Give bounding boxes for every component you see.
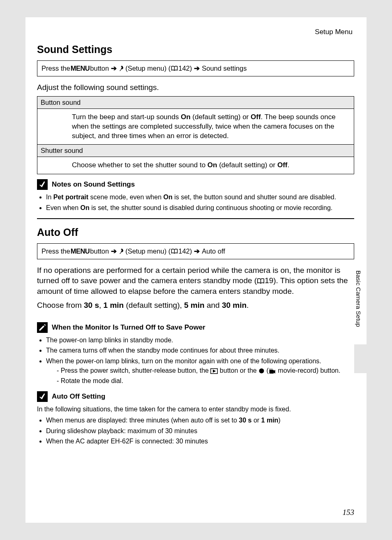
menu-button-label: MENU: [71, 247, 90, 255]
page-number: 153: [343, 508, 355, 517]
nav-text: 142): [178, 247, 192, 255]
side-tab: Basic Camera Setup: [354, 266, 367, 373]
text: Even when: [46, 204, 81, 211]
bold: 30 min: [222, 301, 247, 309]
book-icon: [171, 249, 178, 254]
bold: 30 s: [84, 301, 99, 309]
record-icon: [258, 368, 265, 374]
text: (: [265, 367, 269, 374]
sound-intro: Adjust the following sound settings.: [37, 82, 354, 93]
list-item: When menus are displayed: three minutes …: [46, 415, 354, 425]
nav-text: button: [90, 247, 109, 255]
on-label: On: [181, 113, 191, 121]
text: scene mode, even when: [88, 194, 163, 201]
playback-icon: [210, 368, 218, 374]
arrow-icon: ➔: [194, 247, 200, 255]
list-item: Even when On is set, the shutter sound i…: [46, 203, 354, 212]
text: ,: [99, 301, 104, 309]
text: is set, the button sound and shutter sou…: [173, 194, 337, 201]
bold: 5 min: [184, 301, 205, 309]
nav-text: button: [90, 65, 109, 72]
text: When menus are displayed: three minutes …: [46, 417, 239, 424]
off-label: Off: [277, 161, 288, 169]
button-sound-desc: Turn the beep and start-up sounds On (de…: [37, 108, 354, 145]
nav-text: (Setup menu) (: [125, 65, 171, 72]
wrench-icon: [119, 248, 125, 255]
list-item: The camera turns off when the standby mo…: [46, 346, 354, 355]
bold: 1 min: [261, 417, 279, 424]
sound-notes-list: In Pet portrait scene mode, even when On…: [37, 192, 354, 212]
off-label: Off: [251, 113, 261, 121]
pencil-icon: [37, 322, 48, 333]
nav-text: Sound settings: [202, 65, 247, 72]
text: ): [278, 417, 280, 424]
text: Turn the beep and start-up sounds: [72, 113, 181, 121]
tip-list: The power-on lamp blinks in standby mode…: [37, 335, 354, 385]
menu-button-label: MENU: [71, 65, 90, 72]
list-item: During slideshow playback: maximum of 30…: [46, 426, 354, 436]
bold: On: [163, 194, 172, 201]
sound-nav-path: Press the MENU button ➔ (Setup menu) ( 1…: [37, 60, 354, 76]
text: or: [251, 417, 261, 424]
text: When the power-on lamp blinks, turn on t…: [46, 358, 321, 365]
setting-intro: In the following situations, the time ta…: [37, 404, 354, 414]
notes-title: Notes on Sound Settings: [52, 180, 135, 189]
bold: 30 s: [239, 417, 251, 424]
text: .: [247, 301, 249, 309]
text: Choose whether to set the shutter sound …: [72, 161, 208, 169]
shutter-sound-header: Shutter sound: [37, 145, 354, 157]
nav-text: (Setup menu) (: [125, 247, 171, 255]
arrow-icon: ➔: [194, 65, 200, 72]
autooff-nav-path: Press the MENU button ➔ (Setup menu) ( 1…: [37, 243, 354, 259]
tip-title: When the Monitor Is Turned Off to Save P…: [52, 323, 205, 332]
dash-item: - Rotate the mode dial.: [57, 376, 354, 385]
nav-text: Press the: [42, 247, 70, 255]
text: - Press the power switch, shutter-releas…: [57, 367, 210, 374]
page-content: Setup Menu Sound Settings Press the MENU…: [25, 17, 367, 523]
wrench-icon: [119, 65, 125, 72]
text: (default setting) or: [191, 113, 251, 121]
text: (default setting),: [124, 301, 184, 309]
caution-icon: [37, 179, 48, 190]
text: .: [287, 161, 289, 169]
text: is set, the shutter sound is disabled du…: [90, 204, 332, 211]
setting-list: When menus are displayed: three minutes …: [37, 415, 354, 446]
button-sound-header: Button sound: [37, 96, 354, 108]
on-label: On: [208, 161, 217, 169]
list-item: When the AC adapter EH-62F is connected:…: [46, 436, 354, 446]
bold: On: [81, 204, 90, 211]
nav-text: Auto off: [202, 247, 225, 255]
nav-text: 142): [178, 65, 192, 72]
list-item: The power-on lamp blinks in standby mode…: [46, 335, 354, 345]
caution-icon: [37, 391, 48, 402]
sub-list: - Press the power switch, shutter-releas…: [46, 366, 354, 385]
list-item: In Pet portrait scene mode, even when On…: [46, 192, 354, 202]
autooff-options: Choose from 30 s, 1 min (default setting…: [37, 300, 354, 311]
auto-off-heading: Auto Off: [37, 226, 354, 238]
book-icon: [171, 66, 178, 71]
nav-text: Press the: [42, 65, 70, 72]
text: Choose from: [37, 301, 84, 309]
bold: 1 min: [104, 301, 124, 309]
page-header: Setup Menu: [37, 28, 354, 36]
shutter-sound-desc: Choose whether to set the shutter sound …: [37, 157, 354, 174]
text: button or the: [218, 367, 258, 374]
text: and: [205, 301, 222, 309]
tip-header: When the Monitor Is Turned Off to Save P…: [37, 322, 354, 333]
setting-header: Auto Off Setting: [37, 391, 354, 402]
text: (default setting) or: [217, 161, 277, 169]
autooff-body: If no operations are performed for a cer…: [37, 265, 354, 297]
list-item: When the power-on lamp blinks, turn on t…: [46, 356, 354, 386]
side-tab-indicator: [354, 344, 367, 373]
movie-record-icon: [269, 368, 276, 374]
arrow-icon: ➔: [111, 65, 117, 72]
sound-settings-heading: Sound Settings: [37, 44, 354, 55]
notes-header: Notes on Sound Settings: [37, 179, 354, 190]
book-icon: [257, 278, 265, 284]
arrow-icon: ➔: [111, 247, 117, 255]
text: movie-record) button.: [276, 367, 341, 374]
side-tab-label: Basic Camera Setup: [355, 270, 362, 327]
setting-title: Auto Off Setting: [52, 392, 105, 401]
text: In: [46, 194, 53, 201]
bold: Pet portrait: [53, 194, 88, 201]
